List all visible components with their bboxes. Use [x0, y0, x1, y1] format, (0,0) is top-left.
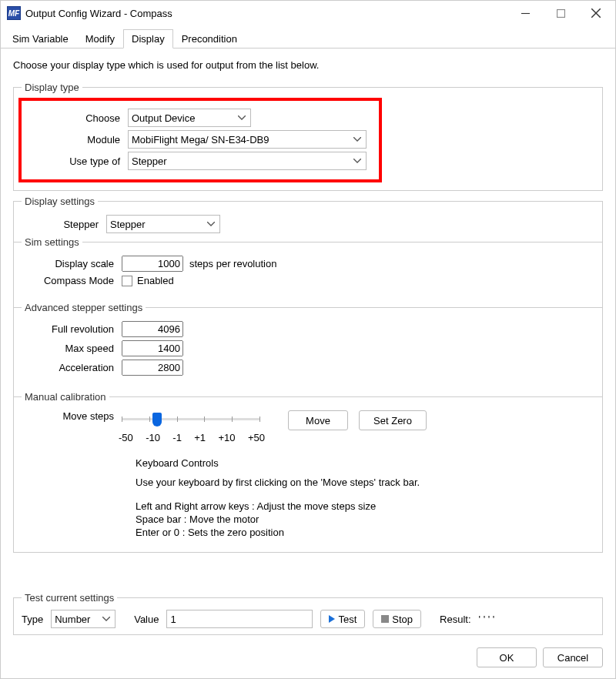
display-settings-group: Display settings Stepper Stepper Sim set… — [13, 196, 603, 553]
module-label: Module — [28, 134, 128, 146]
test-value-input[interactable] — [166, 610, 313, 628]
compass-mode-label: Compass Mode — [22, 275, 122, 286]
test-type-select[interactable]: Number — [51, 610, 116, 628]
choose-label: Choose — [28, 112, 128, 124]
stop-button[interactable]: Stop — [373, 610, 421, 628]
test-settings-legend: Test current settings — [22, 592, 117, 604]
max-speed-label: Max speed — [22, 343, 122, 354]
kb-line-2: Space bar : Move the motor — [136, 513, 459, 525]
stop-icon — [381, 615, 389, 623]
test-button[interactable]: Test — [320, 610, 365, 628]
tab-modify[interactable]: Modify — [77, 29, 123, 48]
tab-sim-variable[interactable]: Sim Variable — [4, 29, 77, 48]
intro-text: Choose your display type which is used f… — [13, 59, 603, 71]
manual-calibration-legend: Manual calibration — [22, 391, 109, 403]
dialog-buttons: OK Cancel — [1, 640, 615, 678]
dialog-window: MF Output Config Wizard - Compass Sim Va… — [0, 0, 616, 679]
keyboard-controls-block: Keyboard Controls Use your keyboard by f… — [136, 457, 459, 538]
use-type-select[interactable]: Stepper — [128, 152, 367, 170]
advanced-stepper-group: Advanced stepper settings Full revolutio… — [14, 302, 602, 386]
display-scale-input[interactable] — [122, 256, 183, 272]
test-type-label: Type — [22, 614, 43, 625]
slider-thumb-icon[interactable] — [152, 413, 162, 426]
window-title: Output Config Wizard - Compass — [25, 8, 507, 19]
ok-button[interactable]: OK — [477, 647, 537, 667]
display-type-group: Display type Choose Output Device Module… — [13, 82, 603, 191]
choose-select[interactable]: Output Device — [128, 109, 251, 127]
display-scale-label: Display scale — [22, 258, 122, 269]
test-settings-group: Test current settings Type Number Value … — [13, 592, 603, 635]
full-revolution-input[interactable] — [122, 321, 183, 337]
result-label: Result: — [440, 614, 470, 625]
svg-rect-1 — [557, 9, 564, 17]
app-logo-icon: MF — [7, 6, 21, 20]
display-settings-legend: Display settings — [22, 196, 98, 207]
move-steps-slider[interactable] — [122, 410, 260, 427]
compass-mode-check-label: Enabled — [137, 275, 174, 286]
test-value-label: Value — [134, 614, 159, 625]
kb-line-1: Left and Right arrow keys : Adjust the m… — [136, 500, 459, 512]
play-icon — [329, 615, 335, 623]
acceleration-label: Acceleration — [22, 362, 122, 373]
result-value: ' ' ' ' — [479, 614, 495, 625]
move-button[interactable]: Move — [288, 410, 348, 430]
tab-precondition[interactable]: Precondition — [173, 29, 246, 48]
highlight-box: Choose Output Device Module MobiFlight M… — [18, 98, 382, 182]
stepper-select[interactable]: Stepper — [106, 215, 220, 233]
module-select[interactable]: MobiFlight Mega/ SN-E34-DB9 — [128, 130, 367, 149]
display-scale-suffix: steps per revolution — [189, 258, 276, 269]
display-type-legend: Display type — [22, 82, 82, 93]
max-speed-input[interactable] — [122, 340, 183, 356]
stepper-label: Stepper — [22, 219, 106, 230]
full-revolution-label: Full revolution — [22, 323, 122, 335]
advanced-stepper-legend: Advanced stepper settings — [22, 302, 146, 313]
maximize-button[interactable] — [543, 2, 578, 24]
minimize-button[interactable] — [507, 2, 543, 24]
acceleration-input[interactable] — [122, 360, 183, 376]
tab-content: Choose your display type which is used f… — [1, 48, 615, 589]
sim-settings-legend: Sim settings — [22, 236, 82, 248]
use-type-label: Use type of — [28, 156, 128, 167]
manual-calibration-group: Manual calibration Move steps -50-10-1+1… — [14, 391, 602, 546]
slider-tick-labels: -50-10-1+1+10+50 — [119, 432, 265, 443]
sim-settings-group: Sim settings Display scale steps per rev… — [14, 236, 602, 297]
move-steps-label: Move steps — [22, 410, 122, 422]
kb-line-3: Enter or 0 : Sets the zero position — [136, 527, 459, 538]
cancel-button[interactable]: Cancel — [543, 647, 603, 667]
titlebar: MF Output Config Wizard - Compass — [1, 1, 615, 25]
keyboard-controls-desc: Use your keyboard by first clicking on t… — [136, 477, 459, 488]
compass-mode-checkbox[interactable] — [122, 276, 132, 286]
keyboard-controls-header: Keyboard Controls — [136, 457, 459, 469]
close-button[interactable] — [578, 2, 614, 24]
tab-display[interactable]: Display — [123, 29, 173, 48]
set-zero-button[interactable]: Set Zero — [359, 410, 427, 430]
tabbar: Sim Variable Modify Display Precondition — [1, 28, 615, 48]
